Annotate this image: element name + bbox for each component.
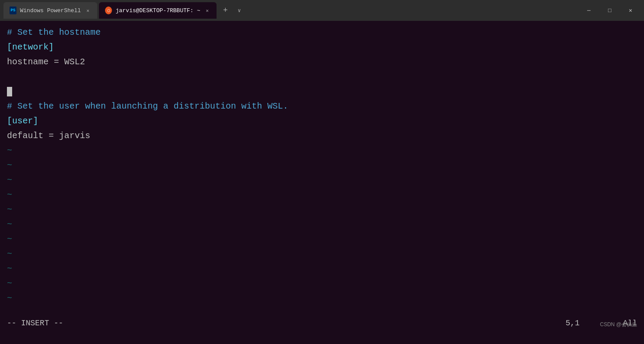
status-position: 5,1 [293,319,623,327]
line-7: [user] [7,114,637,129]
minimize-button[interactable]: ─ [579,3,599,17]
line-15: ~ [7,232,637,247]
tab-ubuntu[interactable]: ◯ jarvis@DESKTOP-7RBBUTF: ~ ✕ [99,2,217,19]
line-12: ~ [7,188,637,202]
editor-area: # Set the hostname [network] hostname = … [0,21,644,330]
cursor [7,87,12,96]
line-3: hostname = WSL2 [7,55,637,69]
line-19: ~ [7,291,637,306]
line-16: ~ [7,247,637,261]
window-controls: ─ □ ✕ [579,3,641,17]
close-window-button[interactable]: ✕ [621,3,641,17]
line-1: # Set the hostname [7,25,637,40]
watermark: CSDN @会伏丘 [600,321,637,328]
tab-ubuntu-label: jarvis@DESKTOP-7RBBUTF: ~ [115,7,200,14]
new-tab-button[interactable]: + [218,3,232,17]
ubuntu-icon: ◯ [105,7,112,14]
close-powershell-tab[interactable]: ✕ [84,7,91,14]
status-bar: -- INSERT -- 5,1 All [0,316,644,330]
powershell-icon: PS [10,7,16,14]
title-bar: PS Windows PowerShell ✕ ◯ jarvis@DESKTOP… [0,0,644,21]
line-2: [network] [7,40,637,55]
line-4 [7,69,637,84]
line-17: ~ [7,261,637,276]
line-9: ~ [7,143,637,158]
line-10: ~ [7,158,637,173]
line-5 [7,84,637,99]
status-mode: -- INSERT -- [7,319,293,327]
tab-powershell-label: Windows PowerShell [20,7,81,14]
dropdown-button[interactable]: ∨ [234,3,244,17]
line-13: ~ [7,202,637,217]
line-8: default = jarvis [7,129,637,143]
close-ubuntu-tab[interactable]: ✕ [204,7,210,14]
line-18: ~ [7,276,637,291]
line-11: ~ [7,173,637,188]
maximize-button[interactable]: □ [600,3,620,17]
line-6: # Set the user when launching a distribu… [7,99,637,114]
line-14: ~ [7,217,637,232]
tab-powershell[interactable]: PS Windows PowerShell ✕ [3,2,97,19]
